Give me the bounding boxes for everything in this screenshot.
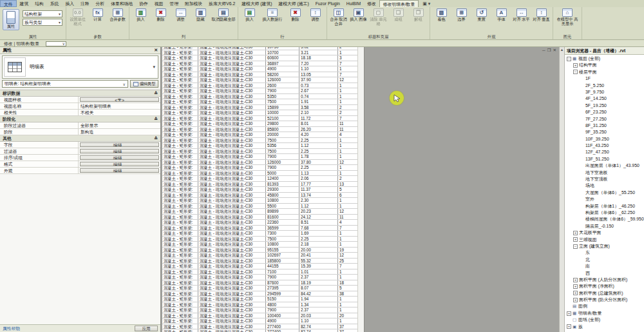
- tree-item-2F_5.250[interactable]: 2F_5.250: [565, 83, 644, 89]
- structural-framing-combo[interactable]: 结构框架▾: [23, 10, 62, 17]
- table-row[interactable]: 混凝土 - 矩形梁:混凝土 - 现场浇注混凝土-C3048001.341: [162, 302, 357, 308]
- tree-item-楼层平面[interactable]: −楼层平面: [565, 69, 644, 75]
- tab-修改[interactable]: 修改: [364, 0, 379, 7]
- tree-item-4F_14.250[interactable]: 4F_14.250: [565, 95, 644, 102]
- table-row[interactable]: 混凝土 - 矩形梁:混凝土 - 现场浇注混凝土-C304580013.746: [162, 193, 357, 199]
- table-row[interactable]: 混凝土 - 矩形梁:混凝土 - 现场浇注混凝土-C30108002.301: [162, 198, 357, 204]
- property-value-格式[interactable]: 编辑...: [80, 162, 159, 166]
- minimize-icon[interactable]: ─: [542, 48, 545, 53]
- table-row[interactable]: 混凝土 - 矩形梁:混凝土 - 现场浇注混凝土-C30368977.207: [162, 61, 357, 67]
- table-row[interactable]: 混凝土 - 矩形梁:混凝土 - 现场浇注混凝土-C30108002.181: [162, 242, 357, 248]
- drawing-canvas[interactable]: ─❐✕: [365, 47, 559, 332]
- tree-item-明细表/数量[interactable]: +▦明细表/数量: [565, 310, 644, 317]
- button-对齐水平[interactable]: ↔对齐 水平: [512, 8, 531, 22]
- tree-item-9F_35.250[interactable]: 9F_35.250: [565, 129, 644, 135]
- expand-icon[interactable]: +: [573, 284, 578, 289]
- table-row[interactable]: 混凝土 - 矩形梁:混凝土 - 现场浇注混凝土-C3079002.371: [162, 308, 357, 313]
- properties-help-link[interactable]: 属性帮助: [3, 326, 20, 332]
- button-插入图像[interactable]: ▣插入 图像: [349, 8, 368, 22]
- property-value-过滤器[interactable]: 编辑...: [80, 149, 159, 153]
- tab-系统[interactable]: 系统: [47, 0, 62, 7]
- schedule-instance-combo[interactable]: 明细表: 结构框架明细表 ∨: [2, 80, 128, 88]
- table-row[interactable]: 混凝土 - 矩形梁:混凝土 - 现场浇注混凝土-C30200004.204: [162, 132, 357, 138]
- table-row[interactable]: 混凝土 - 矩形梁:混凝土 - 现场浇注混凝土-C3027740082.7437: [162, 329, 357, 332]
- button-调整[interactable]: ↔调整: [171, 8, 190, 22]
- tab-体量和场地[interactable]: 体量和场地: [108, 0, 136, 7]
- apply-button[interactable]: 应用: [135, 326, 158, 331]
- tree-item-面积平面 (防火分区面积)[interactable]: +面积平面 (防火分区面积): [565, 297, 644, 303]
- tree-item-南[interactable]: 南: [565, 263, 644, 269]
- table-row[interactable]: 混凝土 - 矩形梁:混凝土 - 现场浇注混凝土-C308160024.1211: [162, 215, 357, 220]
- tree-item-三维视图[interactable]: +三维视图: [565, 237, 644, 243]
- button-合并参数[interactable]: ⊞合并参数: [108, 8, 127, 22]
- tree-item-7F_27.250[interactable]: 7F_27.250: [565, 116, 644, 122]
- tab-建模大师 (建筑)[interactable]: 建模大师 (建筑): [238, 0, 275, 7]
- tree-item-大屋面（单体6）_55.250[interactable]: 大屋面（单体6）_55.250: [565, 190, 644, 196]
- expand-icon[interactable]: +: [573, 291, 578, 295]
- button-着色[interactable]: ▨着色: [432, 8, 451, 22]
- tree-item-楼梯间屋面（单体6）_59.950[interactable]: 楼梯间屋面（单体6）_59.950: [565, 216, 644, 222]
- button-删除[interactable]: ✖删除: [286, 8, 305, 22]
- property-group-header-标识数据[interactable]: 标识数据≙: [0, 90, 160, 97]
- tab-协作[interactable]: 协作: [136, 0, 151, 7]
- button-插入[interactable]: ▥插入: [131, 8, 150, 22]
- table-row[interactable]: 混凝土 - 矩形梁:混凝土 - 现场浇注混凝土-C3018580055.3225: [162, 259, 357, 264]
- tab-管理[interactable]: 管理: [166, 0, 182, 7]
- table-row[interactable]: 混凝土 - 矩形梁:混凝土 - 现场浇注混凝土-C308580026.2011: [162, 127, 357, 133]
- button-计算[interactable]: fx计算: [88, 8, 107, 22]
- type-selector[interactable]: 明细表 ▾: [2, 55, 158, 79]
- ribbon-display-toggle-icon[interactable]: ▣ ▾: [422, 1, 430, 7]
- table-row[interactable]: 混凝土 - 矩形梁:混凝土 - 现场浇注混凝土-C3079002.251: [162, 165, 357, 171]
- tab-文件[interactable]: 文件: [0, 0, 17, 7]
- table-row[interactable]: 混凝土 - 矩形梁:混凝土 - 现场浇注混凝土-C3049001.101: [162, 66, 357, 72]
- canvas-scrollbar[interactable]: ▲: [559, 47, 565, 332]
- property-value-视图名称[interactable]: 结构框架明细表: [79, 103, 160, 109]
- tree-item-1F[interactable]: 1F: [565, 75, 644, 82]
- tree-item-3F_9.750[interactable]: 3F_9.750: [565, 89, 644, 95]
- tree-item-10F_39.250[interactable]: 10F_39.250: [565, 136, 644, 142]
- button-插入[interactable]: ▤插入: [240, 8, 259, 22]
- expand-icon[interactable]: +: [573, 231, 578, 235]
- table-row[interactable]: 混凝土 - 矩形梁:混凝土 - 现场浇注混凝土-C3079001.781: [162, 154, 357, 160]
- table-row[interactable]: 混凝土 - 矩形梁:混凝土 - 现场浇注混凝土-C3050001.131: [162, 171, 357, 177]
- table-row[interactable]: 混凝土 - 矩形梁:混凝土 - 现场浇注混凝土-C3073001.691: [162, 231, 357, 237]
- table-row[interactable]: 混凝土 - 矩形梁:混凝土 - 现场浇注混凝土-C3049001.101: [162, 318, 357, 324]
- collapse-icon[interactable]: −: [573, 244, 578, 249]
- button-删除[interactable]: ✖删除: [151, 8, 170, 22]
- table-row[interactable]: 混凝土 - 矩形梁:混凝土 - 现场浇注混凝土-C3027740082.7437: [162, 324, 357, 330]
- tree-item-北[interactable]: 北: [565, 257, 644, 263]
- property-value-字段[interactable]: 编辑...: [80, 142, 159, 147]
- button-插入数据行[interactable]: ≡插入数据行: [260, 8, 285, 22]
- table-row[interactable]: 混凝土 - 矩形梁:混凝土 - 现场浇注混凝土-C3075002.251: [162, 149, 357, 155]
- property-value-相关性[interactable]: 不相关: [79, 110, 160, 115]
- collapse-icon[interactable]: −: [567, 57, 571, 61]
- tree-item-图例[interactable]: ▤图例: [565, 303, 644, 309]
- tab-注释[interactable]: 注释: [77, 0, 93, 7]
- tab-HuiBIM[interactable]: HuiBIM: [343, 0, 364, 7]
- tree-item-天花板平面[interactable]: +天花板平面: [565, 229, 644, 236]
- tree-item-室外[interactable]: 室外: [565, 196, 644, 202]
- button-重置[interactable]: ↺重置: [472, 8, 491, 22]
- table-row[interactable]: 混凝土 - 矩形梁:混凝土 - 现场浇注混凝土-C30223608.514: [162, 220, 357, 226]
- tree-item-场地[interactable]: 场地: [565, 182, 644, 189]
- table-row[interactable]: 混凝土 - 矩形梁:混凝土 - 现场浇注混凝土-C305210011.727: [162, 116, 357, 122]
- tree-item-面积平面 (总建筑面积)[interactable]: +面积平面 (总建筑面积): [565, 290, 644, 297]
- table-row[interactable]: 混凝土 - 矩形梁:混凝土 - 现场浇注混凝土-C3010040020.0320: [162, 313, 357, 319]
- table-row[interactable]: 混凝土 - 矩形梁:混凝土 - 现场浇注混凝土-C30273958.075: [162, 286, 357, 291]
- tree-item-构架层（单体1）_46.250[interactable]: 构架层（单体1）_46.250: [565, 203, 644, 210]
- schedule-scrollbar[interactable]: [357, 47, 364, 332]
- tree-item-8F_31.250[interactable]: 8F_31.250: [565, 122, 644, 129]
- tree-item-12F_47.250[interactable]: 12F_47.250: [565, 149, 644, 155]
- table-row[interactable]: 混凝土 - 矩形梁:混凝土 - 现场浇注混凝土-C30298008.0111: [162, 121, 357, 127]
- close-icon[interactable]: ✕: [553, 48, 556, 53]
- table-row[interactable]: 混凝土 - 矩形梁:混凝土 - 现场浇注混凝土-C308989920.2312: [162, 209, 357, 215]
- table-row[interactable]: 混凝土 - 矩形梁:混凝土 - 现场浇注混凝土-C3055001.121: [162, 204, 357, 210]
- table-row[interactable]: 混凝土 - 矩形梁:混凝土 - 现场浇注混凝土-C3053561.121: [162, 143, 357, 149]
- button-调整[interactable]: ↕调整: [306, 8, 325, 22]
- tree-item-地下室顶板[interactable]: 地下室顶板: [565, 176, 644, 182]
- table-row[interactable]: 混凝土 - 矩形梁:混凝土 - 现场浇注混凝土-C30100002.102: [162, 110, 357, 116]
- button-边界[interactable]: ⊞边界: [452, 8, 471, 22]
- tab-附加模块[interactable]: 附加模块: [182, 0, 205, 7]
- button-在模型中高亮显示[interactable]: ⌂在模型中 高亮显示: [555, 8, 580, 26]
- tab-视图[interactable]: 视图: [151, 0, 167, 7]
